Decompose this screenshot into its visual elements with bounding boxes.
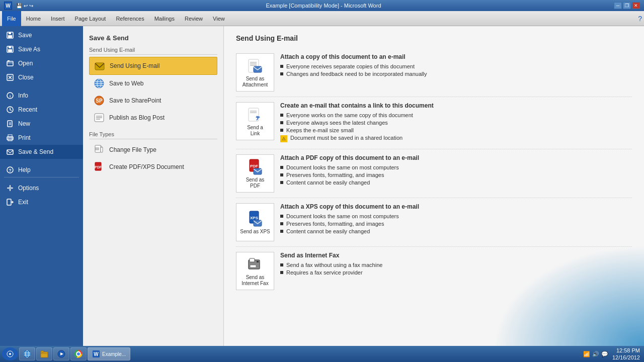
taskbar-clock: 12:58 PM 12/16/2012 [612,347,640,361]
sub-panel-title: Save & Send [89,34,217,42]
send-xps-button[interactable]: XPS Send as XPS [236,203,274,241]
tab-view[interactable]: View [208,11,230,26]
new-icon [6,120,14,128]
send-xps-icon: XPS [246,210,264,228]
svg-point-73 [9,353,11,355]
left-nav: Save Save As Open Close i Info [0,26,83,351]
info-icon: i [6,92,14,100]
bullet-icon [280,181,283,184]
option-send-fax: Send asInternet Fax Send as Internet Fax… [236,247,632,295]
svg-rect-47 [101,147,103,152]
tab-insert[interactable]: Insert [46,11,70,26]
nav-save-as[interactable]: Save As [0,42,83,56]
sub-item-send-email-label: Send Using E-mail [110,62,159,69]
nav-print-label: Print [18,134,31,141]
taskbar-network-icon: 📶 [583,351,590,357]
sub-item-save-sharepoint[interactable]: SP Save to SharePoint [89,92,217,109]
send-fax-button[interactable]: Send asInternet Fax [236,252,274,290]
nav-recent[interactable]: Recent [0,103,83,117]
nav-save-send[interactable]: Save & Send [0,145,83,159]
svg-text:W: W [94,351,99,357]
send-xps-label: Send as XPS [240,229,270,235]
tab-references[interactable]: References [111,11,149,26]
bullet-icon [280,230,283,233]
title-bar-text: Example [Compatibility Mode] - Microsoft… [33,3,614,9]
send-section-title: Send Using E-mail [89,47,217,55]
nav-open[interactable]: Open [0,56,83,70]
svg-text:i: i [10,94,11,99]
taskbar-volume-icon: 🔊 [592,351,599,357]
qa-redo[interactable]: ↪ [29,3,33,9]
nav-new[interactable]: New [0,117,83,131]
nav-exit[interactable]: Exit [0,195,83,209]
content-area: Save & Send Send Using E-mail Send Using… [83,26,644,351]
send-xps-desc-title: Attach a XPS copy of this document to an… [280,203,632,210]
close-button[interactable]: ✕ [632,2,640,9]
nav-close[interactable]: Close [0,70,83,84]
maximize-button[interactable]: ❐ [623,2,631,9]
qa-undo[interactable]: ↩ [24,3,28,9]
taskbar-ie[interactable] [19,347,35,360]
svg-text:SP: SP [96,98,103,104]
nav-save[interactable]: Save [0,28,83,42]
save-sharepoint-icon: SP [93,95,105,107]
send-pdf-bullet-3: Content cannot be easily changed [280,179,632,186]
send-link-button[interactable]: Send aLink [236,102,274,140]
change-filetype-icon [93,144,105,156]
taskbar-media[interactable] [53,347,69,360]
sub-item-save-sharepoint-label: Save to SharePoint [109,97,161,104]
sub-item-change-filetype[interactable]: Change File Type [89,141,217,158]
send-pdf-button[interactable]: PDF Send asPDF [236,154,274,193]
svg-text:PDF: PDF [95,165,102,169]
send-attachment-button[interactable]: Send asAttachment [236,53,274,92]
sub-item-save-web[interactable]: Save to Web [89,75,217,92]
taskbar-time: 12:58 PM [612,347,640,354]
sub-item-save-web-label: Save to Web [109,80,143,87]
tab-home[interactable]: Home [21,11,46,26]
svg-rect-29 [7,188,9,189]
taskbar-explorer[interactable] [36,347,52,360]
nav-help[interactable]: ? Help [0,163,83,177]
svg-rect-2 [9,32,11,34]
nav-save-send-label: Save & Send [18,148,53,155]
svg-text:PDF: PDF [250,164,258,168]
send-pdf-bullet-1: Document looks the same on most computer… [280,164,632,170]
nav-options[interactable]: Options [0,181,83,195]
taskbar-chrome[interactable] [70,347,87,360]
svg-rect-63 [254,168,262,174]
help-icon: ? [6,166,14,174]
tab-pagelayout[interactable]: Page Layout [70,11,111,26]
bullet-icon [280,215,283,218]
send-email-icon [94,60,106,72]
publish-blog-icon [93,112,105,124]
sub-item-publish-blog[interactable]: Publish as Blog Post [89,109,217,126]
sub-item-send-email[interactable]: Send Using E-mail [89,57,217,75]
taskbar-word[interactable]: W Example... [88,347,130,360]
save-icon [6,31,14,39]
sub-item-create-pdf[interactable]: PDF Create PDF/XPS Document [89,158,217,175]
nav-help-label: Help [18,166,31,173]
send-pdf-bullet-2: Preserves fonts, formatting, and images [280,172,632,178]
tab-mailings[interactable]: Mailings [149,11,180,26]
minimize-button[interactable]: ─ [614,2,622,9]
bullet-icon [280,271,283,274]
start-button[interactable] [2,347,18,360]
send-attachment-desc: Attach a copy of this document to an e-m… [280,53,632,78]
send-pdf-icon: PDF [246,158,264,176]
tab-review[interactable]: Review [180,11,208,26]
svg-rect-31 [7,199,11,205]
taskbar-date: 12/16/2012 [612,354,640,361]
tab-file[interactable]: File [2,11,21,26]
nav-info[interactable]: i Info [0,88,83,103]
send-link-desc-title: Create an e-mail that contains a link to… [280,102,632,109]
send-attachment-desc-title: Attach a copy of this document to an e-m… [280,53,632,60]
ribbon-help-icon[interactable]: ? [638,15,642,23]
nav-exit-label: Exit [18,199,28,206]
open-icon [6,59,14,67]
option-send-attachment: Send asAttachment Attach a copy of this … [236,48,632,97]
qa-save[interactable]: 💾 [16,3,22,9]
svg-rect-80 [41,351,44,352]
nav-print[interactable]: Print [0,131,83,145]
svg-rect-27 [10,185,11,187]
app-body: Save Save As Open Close i Info [0,26,644,351]
